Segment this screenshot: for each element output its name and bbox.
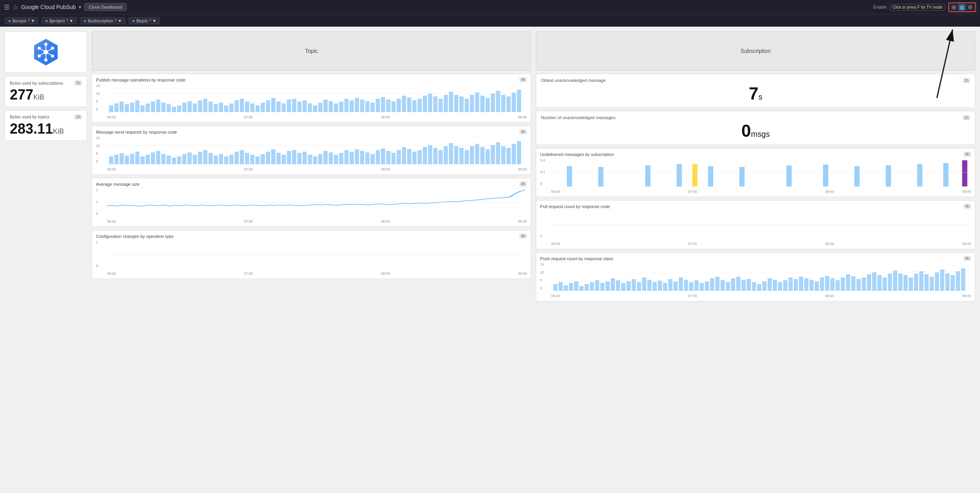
subscription-column: Subscription Oldest unacknowledged messa… [536,31,975,488]
clone-dashboard-button[interactable]: Clone Dashboard [84,3,127,11]
undelivered-chart-panel: Undelivered messages by subscription 4h … [536,148,975,197]
svg-rect-174 [517,141,521,164]
svg-rect-137 [323,151,328,164]
svg-rect-258 [836,280,840,291]
list-view-icon[interactable]: ▦ [958,4,965,11]
svg-rect-39 [240,99,244,112]
push-request-chart-panel: Push request count by response class 4h … [536,252,975,301]
push-request-y-labels: 15 10 5 0 [540,263,544,290]
toolbar-icons: ⊞ ▦ ⚙ [948,2,976,12]
svg-rect-126 [266,152,270,164]
filter-topic-bullet: ● [132,18,135,23]
svg-rect-40 [245,102,249,112]
svg-rect-206 [564,285,568,291]
svg-rect-82 [465,99,469,112]
svg-rect-84 [475,92,479,112]
svg-rect-106 [162,154,166,164]
svg-rect-212 [595,280,599,291]
svg-rect-279 [946,274,950,291]
oldest-unack-time: 1h [963,78,970,83]
svg-rect-55 [323,100,328,112]
svg-rect-123 [250,155,254,164]
svg-rect-208 [574,281,579,291]
tv-mode-tooltip: Click or press F for TV mode [890,4,945,11]
svg-rect-66 [381,97,385,112]
svg-rect-280 [951,275,955,291]
svg-rect-37 [229,103,234,112]
push-request-title: Push request count by response class [540,256,613,261]
svg-rect-90 [506,96,511,112]
svg-rect-238 [731,278,735,291]
svg-rect-142 [350,152,354,164]
hamburger-icon[interactable]: ☰ [4,4,9,11]
svg-rect-218 [626,281,631,291]
settings-icon[interactable]: ⚙ [967,4,974,11]
svg-rect-43 [261,103,265,112]
svg-rect-25 [167,104,171,112]
svg-rect-158 [433,148,437,164]
svg-rect-62 [360,100,365,112]
svg-rect-262 [857,279,861,291]
svg-rect-268 [888,274,892,291]
svg-rect-41 [250,103,254,112]
svg-rect-192 [855,166,860,187]
svg-rect-64 [370,103,375,112]
msg-send-title: Message send requests by response code [96,130,177,134]
svg-rect-152 [402,147,406,164]
bytes-subscriptions-value: 277KiB [10,87,82,103]
star-icon[interactable]: ☆ [13,4,18,11]
svg-rect-20 [140,105,145,112]
msg-send-x-labels: 06:00 07:00 08:00 09:00 [107,167,527,171]
svg-rect-260 [846,274,850,291]
title-caret[interactable]: ▾ [79,4,81,10]
svg-rect-119 [229,155,234,164]
svg-rect-269 [893,270,897,291]
filter-project[interactable]: ● $project * ▼ [42,17,77,24]
filter-scope-label: $scope [13,18,26,23]
svg-rect-74 [423,96,427,112]
svg-rect-117 [219,154,223,164]
svg-rect-107 [167,156,171,164]
svg-rect-215 [611,278,615,291]
num-unack-stat-panel: Number of unacknowledged messages 1h 0ms… [536,111,975,145]
svg-rect-161 [449,143,453,164]
msg-send-svg [107,136,525,164]
svg-rect-162 [454,146,459,164]
svg-rect-163 [459,148,464,164]
svg-rect-281 [956,271,960,291]
svg-rect-44 [266,100,270,112]
svg-rect-69 [397,99,401,112]
svg-rect-257 [830,278,835,291]
svg-rect-211 [590,282,594,291]
svg-rect-219 [632,279,636,291]
undelivered-header: Undelivered messages by subscription 4h [540,152,971,157]
filter-project-label: $project [49,18,65,23]
filter-subscription[interactable]: ● $subscription * ▼ [80,17,125,24]
filter-topic[interactable]: ● $topic * ▼ [129,17,160,24]
svg-rect-33 [209,102,213,112]
bytes-topics-stat: Bytes used by topics 1h 283.11KiB [5,110,87,141]
undelivered-time: 4h [964,152,971,157]
topic-column-header: Topic [92,31,531,71]
grid-view-icon[interactable]: ⊞ [951,4,957,11]
pull-request-chart-panel: Pull request count by response code 4h 0 [536,200,975,249]
config-changes-svg [107,240,525,268]
svg-rect-71 [407,98,412,112]
svg-rect-224 [658,281,662,291]
pull-request-x-labels: 06:00 07:00 08:00 09:00 [551,242,971,246]
filter-subscription-bullet: ● [83,18,86,23]
svg-rect-186 [645,165,650,187]
svg-rect-149 [386,151,390,164]
filter-scope[interactable]: ● $scope * ▼ [5,17,38,24]
svg-rect-243 [757,284,761,291]
svg-rect-85 [480,96,485,112]
svg-rect-120 [234,152,239,164]
undelivered-y-labels: 0.4 0.2 0 [540,158,545,186]
filter-project-value: * ▼ [66,18,73,23]
svg-rect-133 [303,152,307,164]
svg-rect-21 [146,103,150,112]
undelivered-title: Undelivered messages by subscription [540,152,614,157]
svg-rect-166 [475,144,479,164]
svg-rect-196 [692,164,697,187]
pull-request-chart: 0 06:00 07:00 08:00 09 [540,210,971,246]
